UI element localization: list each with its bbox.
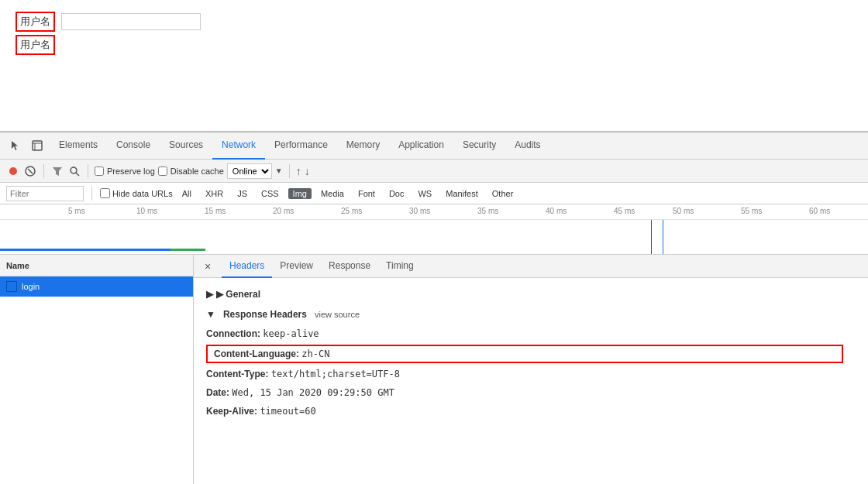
upload-icon[interactable]: ↑ [296,165,301,177]
ruler-10ms: 10 ms [136,207,157,215]
filter-type-img[interactable]: Img [288,188,312,199]
filter-type-other[interactable]: Other [487,188,518,199]
headers-tab-preview[interactable]: Preview [272,255,321,278]
toolbar-separator-1 [43,164,44,178]
username-label-1: 用户名 [16,12,55,32]
toolbar-separator-3 [289,164,290,178]
tab-elements[interactable]: Elements [50,132,107,160]
tab-performance[interactable]: Performance [265,132,337,160]
disable-cache-label[interactable]: Disable cache [158,166,224,176]
tab-application[interactable]: Application [389,132,453,160]
ruler-60ms: 60 ms [809,207,830,215]
ruler-40ms: 40 ms [546,207,567,215]
tab-audits[interactable]: Audits [505,132,549,160]
ruler-30ms: 30 ms [409,207,430,215]
svg-marker-7 [53,167,62,176]
requests-panel: Name login [0,255,194,484]
username-input[interactable] [61,13,201,30]
tab-console[interactable]: Console [107,132,160,160]
devtools-panel: Elements Console Sources Network Perform… [0,132,868,484]
filter-type-doc[interactable]: Doc [384,188,409,199]
dropdown-arrow-icon: ▼ [275,166,283,175]
search-icon[interactable] [67,164,81,178]
response-headers-title: ▼ Response Headers view source [206,304,856,324]
svg-line-6 [28,169,33,173]
filter-bar: Hide data URLs All XHR JS CSS Img Media … [0,183,868,204]
filter-separator [91,187,92,201]
section-arrow-response: ▼ [206,309,215,320]
svg-line-9 [76,173,79,176]
header-row-connection: Connection: keep-alive [206,324,856,343]
request-item-icon [6,281,17,292]
preserve-log-label[interactable]: Preserve log [95,166,155,176]
ruler-20ms: 20 ms [273,207,294,215]
header-row-keep-alive: Keep-Alive: timeout=60 [206,402,856,420]
clear-button[interactable] [23,164,37,178]
request-item-login[interactable]: login [0,276,193,297]
ruler-55ms: 55 ms [741,207,762,215]
hide-data-urls-checkbox[interactable] [100,188,110,198]
tab-sources[interactable]: Sources [160,132,212,160]
filter-type-manifest[interactable]: Manifest [441,188,483,199]
headers-tab-timing[interactable]: Timing [378,255,422,278]
filter-type-css[interactable]: CSS [257,188,284,199]
section-arrow-general: ▶ [206,289,213,300]
ruler-25ms: 25 ms [341,207,362,215]
disable-cache-checkbox[interactable] [158,166,167,176]
filter-type-js[interactable]: JS [232,188,252,199]
headers-tab-response[interactable]: Response [321,255,378,278]
tab-network[interactable]: Network [212,132,265,160]
username-label-2: 用户名 [16,35,55,55]
inspect-icon[interactable] [28,136,46,155]
timeline-area: 5 ms 10 ms 15 ms 20 ms 25 ms 30 ms 35 ms… [0,204,868,255]
headers-tab-headers[interactable]: Headers [222,255,272,278]
hide-data-urls-label[interactable]: Hide data URLs [100,188,173,198]
toolbar-separator-2 [88,164,88,178]
headers-panel: × Headers Preview Response Timing ▶ [194,255,868,484]
requests-header: Name [0,255,193,276]
preserve-log-checkbox[interactable] [95,166,104,176]
filter-type-media[interactable]: Media [316,188,349,199]
timeline-blue-bar [0,249,170,251]
ruler-5ms: 5 ms [68,207,85,215]
header-row-date: Date: Wed, 15 Jan 2020 09:29:50 GMT [206,383,856,402]
general-section-title[interactable]: ▶ ▶ General [206,284,856,304]
timeline-ruler: 5 ms 10 ms 15 ms 20 ms 25 ms 30 ms 35 ms… [0,204,868,220]
view-source-link[interactable]: view source [315,310,360,319]
header-row-content-type: Content-Type: text/html;charset=UTF-8 [206,365,856,383]
filter-type-xhr[interactable]: XHR [201,188,228,199]
form-row-2: 用户名 [16,35,852,55]
headers-tab-bar: × Headers Preview Response Timing [194,255,868,278]
tab-memory[interactable]: Memory [337,132,389,160]
timeline-chart [0,220,868,255]
timeline-blue-line [663,220,663,255]
network-toolbar: Preserve log Disable cache Online ▼ ↑ ↓ [0,160,868,183]
filter-type-ws[interactable]: WS [413,188,436,199]
cursor-icon[interactable] [6,136,25,155]
ruler-35ms: 35 ms [477,207,498,215]
svg-point-4 [9,167,17,175]
filter-type-all[interactable]: All [177,188,196,199]
headers-content: ▶ ▶ General ▼ Response Headers view sour… [194,278,868,427]
timeline-red-line [651,220,652,255]
form-area: 用户名 用户名 [16,12,852,55]
svg-marker-0 [12,141,18,150]
ruler-50ms: 50 ms [673,207,694,215]
ruler-45ms: 45 ms [614,207,635,215]
network-throttle-select[interactable]: Online [227,163,272,179]
close-panel-button[interactable]: × [200,259,215,274]
download-icon[interactable]: ↓ [305,165,310,177]
form-row-1: 用户名 [16,12,852,32]
page-area: 用户名 用户名 [0,0,868,132]
filter-type-font[interactable]: Font [353,188,380,199]
svg-rect-1 [33,141,42,150]
main-content: Name login × Headers Preview Response [0,255,868,484]
filter-icon[interactable] [50,164,64,178]
header-row-content-language-highlighted: Content-Language: zh-CN [206,345,843,363]
filter-input[interactable] [6,186,84,201]
svg-point-8 [71,167,77,173]
devtools-tab-bar: Elements Console Sources Network Perform… [0,132,868,160]
tab-security[interactable]: Security [453,132,505,160]
record-button[interactable] [6,164,20,178]
ruler-15ms: 15 ms [205,207,226,215]
